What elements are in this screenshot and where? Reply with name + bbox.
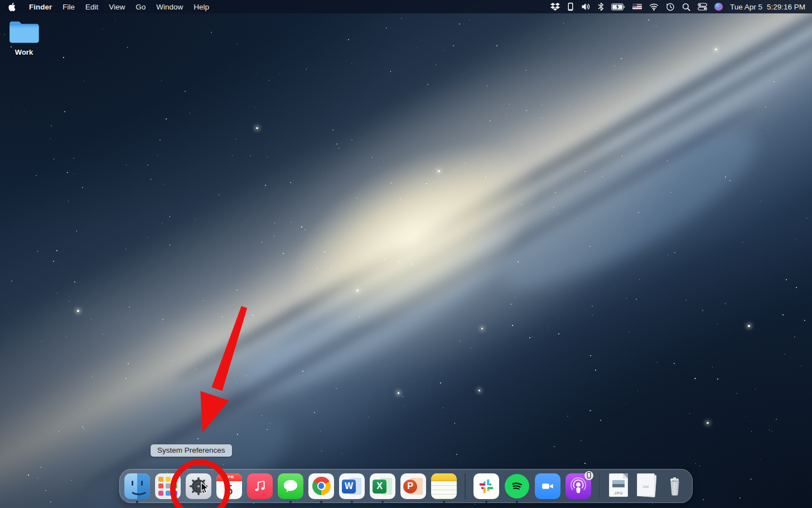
star <box>68 200 69 201</box>
dock-item-calendar[interactable]: APR 5 <box>216 473 242 499</box>
menu-bar: Finder File Edit View Go Window Help <box>0 0 812 13</box>
star <box>622 156 622 156</box>
star <box>402 396 403 397</box>
menu-window[interactable]: Window <box>156 3 183 11</box>
volume-icon[interactable] <box>581 3 591 11</box>
star <box>62 271 62 272</box>
star <box>694 378 695 379</box>
star <box>51 126 51 126</box>
star <box>262 242 262 242</box>
dock-item-chrome[interactable] <box>308 473 334 499</box>
spotlight-icon[interactable] <box>682 3 690 11</box>
star <box>613 123 614 123</box>
menu-help[interactable]: Help <box>194 3 209 11</box>
us-flag-icon[interactable] <box>632 3 642 10</box>
star <box>667 160 668 161</box>
battery-charging-icon[interactable] <box>611 3 625 11</box>
star <box>589 246 590 247</box>
dock-item-zoom[interactable] <box>535 473 560 499</box>
star <box>569 106 570 106</box>
dock-item-system-preferences[interactable] <box>186 473 211 499</box>
star <box>688 207 688 208</box>
star <box>806 218 807 218</box>
dock-file-csv[interactable]: csv <box>635 473 657 499</box>
star <box>82 485 83 486</box>
star <box>794 337 795 337</box>
star <box>232 155 233 156</box>
dock-item-messages[interactable] <box>278 473 303 499</box>
menu-file[interactable]: File <box>62 3 75 11</box>
dock-item-spotify[interactable] <box>504 473 530 499</box>
menu-finder[interactable]: Finder <box>29 3 52 11</box>
star <box>636 299 636 299</box>
dropbox-icon[interactable] <box>550 2 560 11</box>
star <box>521 204 522 204</box>
dock-file-jpg[interactable]: JPG <box>607 473 630 499</box>
star <box>558 213 559 214</box>
star <box>443 408 443 408</box>
star <box>173 360 173 361</box>
star <box>147 165 148 165</box>
menu-view[interactable]: View <box>109 3 125 11</box>
star <box>57 293 57 294</box>
star <box>291 222 291 222</box>
dock-item-launchpad[interactable] <box>155 473 181 499</box>
star <box>595 370 596 371</box>
star <box>510 304 511 305</box>
star <box>715 49 717 50</box>
dock-item-word[interactable]: W <box>339 473 365 499</box>
star <box>626 298 627 299</box>
dock-item-music[interactable] <box>247 473 273 499</box>
star <box>703 499 703 500</box>
star <box>524 180 524 180</box>
star <box>584 463 586 464</box>
apple-menu-icon[interactable] <box>6 2 18 12</box>
dock-item-slack[interactable] <box>473 473 499 499</box>
dock-item-podcasts[interactable] <box>566 473 591 499</box>
star <box>63 57 64 57</box>
star <box>592 315 593 315</box>
calendar-day: 5 <box>216 481 242 499</box>
star <box>742 19 742 20</box>
star <box>412 263 412 264</box>
menu-bar-clock[interactable]: Tue Apr 5 5:29:16 PM <box>730 3 805 11</box>
star <box>750 478 751 480</box>
star <box>707 422 708 424</box>
dock-item-finder[interactable] <box>124 473 150 499</box>
device-icon[interactable] <box>567 2 574 11</box>
star <box>740 497 740 498</box>
star <box>382 208 383 209</box>
bluetooth-icon[interactable] <box>598 2 604 11</box>
star <box>246 375 247 376</box>
star <box>796 287 797 288</box>
control-center-icon[interactable] <box>698 3 707 11</box>
star <box>384 258 385 260</box>
star <box>84 81 84 82</box>
desktop-folder-work[interactable]: Work <box>7 19 41 56</box>
menu-edit[interactable]: Edit <box>85 3 98 11</box>
star <box>82 187 83 188</box>
wifi-icon[interactable] <box>649 3 659 11</box>
star <box>301 226 302 227</box>
dock-item-notes[interactable] <box>431 473 457 499</box>
star <box>712 89 712 89</box>
star <box>237 434 238 435</box>
star-field <box>0 0 812 508</box>
spotify-icon <box>504 473 530 499</box>
star <box>237 44 238 44</box>
star <box>776 419 777 420</box>
star <box>481 328 483 329</box>
star <box>342 453 342 454</box>
running-indicator <box>320 501 322 503</box>
dock-item-trash[interactable] <box>662 473 688 499</box>
running-indicator <box>289 501 292 503</box>
star <box>59 431 59 432</box>
menu-go[interactable]: Go <box>136 3 146 11</box>
siri-icon[interactable] <box>714 3 723 11</box>
desktop-screen: Finder File Edit View Go Window Help <box>0 0 812 508</box>
star <box>115 19 115 20</box>
jpg-file-icon: JPG <box>609 473 628 497</box>
dock-item-powerpoint[interactable]: P <box>400 473 426 499</box>
dock-item-excel[interactable]: X <box>370 473 395 499</box>
time-machine-icon[interactable] <box>666 2 675 11</box>
